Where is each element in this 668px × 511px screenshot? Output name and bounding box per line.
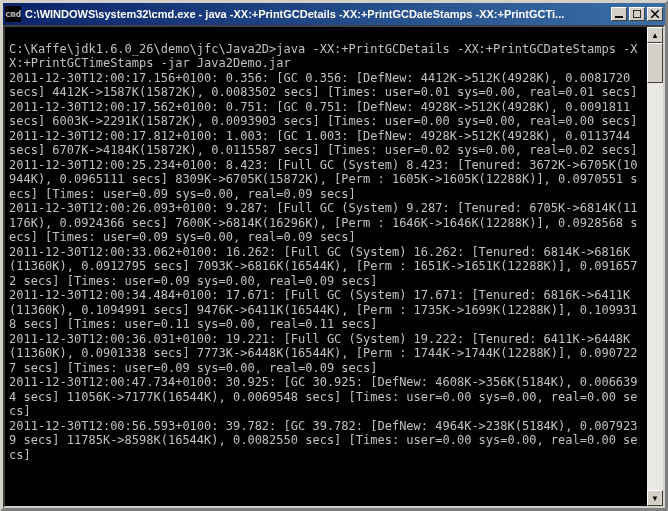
window-title: C:\WINDOWS\system32\cmd.exe - java -XX:+… (25, 8, 611, 20)
cmd-icon: cmd (5, 6, 21, 22)
minimize-icon (615, 10, 623, 18)
maximize-icon (633, 10, 641, 18)
cmd-icon-label: cmd (5, 9, 21, 19)
arrow-up-icon: ▲ (651, 31, 659, 40)
scroll-down-button[interactable]: ▼ (647, 490, 663, 506)
window-buttons (611, 7, 663, 21)
scrollbar-track[interactable] (647, 43, 663, 490)
terminal-area: C:\Kaffe\jdk1.6.0_26\demo\jfc\Java2D>jav… (3, 25, 665, 508)
svg-rect-0 (615, 16, 623, 18)
arrow-down-icon: ▼ (651, 494, 659, 503)
vertical-scrollbar[interactable]: ▲ ▼ (647, 27, 663, 506)
title-bar[interactable]: cmd C:\WINDOWS\system32\cmd.exe - java -… (3, 3, 665, 25)
close-icon (651, 10, 659, 18)
minimize-button[interactable] (611, 7, 627, 21)
cmd-window: cmd C:\WINDOWS\system32\cmd.exe - java -… (0, 0, 668, 511)
close-button[interactable] (647, 7, 663, 21)
scrollbar-thumb[interactable] (647, 43, 663, 83)
maximize-button[interactable] (629, 7, 645, 21)
scroll-up-button[interactable]: ▲ (647, 27, 663, 43)
svg-rect-1 (633, 10, 641, 18)
terminal-output[interactable]: C:\Kaffe\jdk1.6.0_26\demo\jfc\Java2D>jav… (5, 27, 647, 506)
